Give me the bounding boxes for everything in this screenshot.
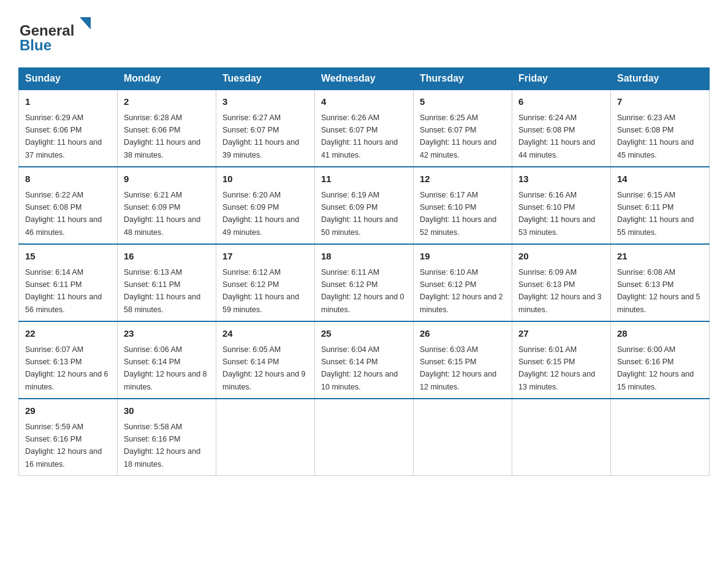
calendar-day-cell: 18 Sunrise: 6:11 AMSunset: 6:12 PMDaylig… [315, 244, 414, 321]
day-number: 19 [420, 250, 506, 264]
day-number: 23 [124, 327, 210, 341]
calendar-day-cell: 20 Sunrise: 6:09 AMSunset: 6:13 PMDaylig… [512, 244, 611, 321]
calendar-week-row: 8 Sunrise: 6:22 AMSunset: 6:08 PMDayligh… [19, 167, 710, 244]
calendar-day-cell: 24 Sunrise: 6:05 AMSunset: 6:14 PMDaylig… [216, 321, 315, 399]
calendar-day-cell: 26 Sunrise: 6:03 AMSunset: 6:15 PMDaylig… [414, 321, 512, 399]
day-info: Sunrise: 6:13 AMSunset: 6:11 PMDaylight:… [124, 268, 200, 314]
calendar-day-cell: 25 Sunrise: 6:04 AMSunset: 6:14 PMDaylig… [315, 321, 414, 399]
calendar-day-cell: 28 Sunrise: 6:00 AMSunset: 6:16 PMDaylig… [611, 321, 710, 399]
day-number: 11 [321, 172, 407, 186]
day-info: Sunrise: 6:11 AMSunset: 6:12 PMDaylight:… [321, 268, 404, 314]
day-number: 4 [321, 95, 407, 109]
day-number: 9 [124, 172, 210, 186]
day-info: Sunrise: 6:05 AMSunset: 6:14 PMDaylight:… [222, 345, 306, 391]
day-number: 28 [617, 327, 703, 341]
day-info: Sunrise: 5:59 AMSunset: 6:16 PMDaylight:… [25, 423, 102, 469]
page-header: General Blue [18, 12, 710, 55]
calendar-day-cell: 15 Sunrise: 6:14 AMSunset: 6:11 PMDaylig… [19, 244, 118, 321]
calendar-week-row: 1 Sunrise: 6:29 AMSunset: 6:06 PMDayligh… [19, 90, 710, 167]
day-info: Sunrise: 6:03 AMSunset: 6:15 PMDaylight:… [420, 345, 496, 391]
calendar-week-row: 22 Sunrise: 6:07 AMSunset: 6:13 PMDaylig… [19, 321, 710, 399]
day-of-week-header: Tuesday [216, 68, 315, 90]
day-info: Sunrise: 6:15 AMSunset: 6:11 PMDaylight:… [617, 191, 694, 237]
day-info: Sunrise: 6:27 AMSunset: 6:07 PMDaylight:… [222, 113, 299, 159]
day-info: Sunrise: 5:58 AMSunset: 6:16 PMDaylight:… [124, 423, 200, 469]
day-number: 25 [321, 327, 407, 341]
calendar-day-cell: 12 Sunrise: 6:17 AMSunset: 6:10 PMDaylig… [414, 167, 512, 244]
day-number: 2 [124, 95, 210, 109]
day-info: Sunrise: 6:25 AMSunset: 6:07 PMDaylight:… [420, 113, 496, 159]
calendar-day-cell: 1 Sunrise: 6:29 AMSunset: 6:06 PMDayligh… [19, 90, 118, 167]
day-number: 10 [222, 172, 308, 186]
day-info: Sunrise: 6:08 AMSunset: 6:13 PMDaylight:… [617, 268, 700, 314]
calendar-day-cell: 23 Sunrise: 6:06 AMSunset: 6:14 PMDaylig… [118, 321, 216, 399]
svg-text:Blue: Blue [20, 37, 51, 53]
calendar-day-cell: 22 Sunrise: 6:07 AMSunset: 6:13 PMDaylig… [19, 321, 118, 399]
day-of-week-header: Sunday [19, 68, 118, 90]
calendar-day-cell [414, 399, 512, 476]
calendar-day-cell: 17 Sunrise: 6:12 AMSunset: 6:12 PMDaylig… [216, 244, 315, 321]
day-info: Sunrise: 6:00 AMSunset: 6:16 PMDaylight:… [617, 345, 694, 391]
calendar-header: SundayMondayTuesdayWednesdayThursdayFrid… [19, 68, 710, 90]
day-number: 5 [420, 95, 506, 109]
svg-text:General: General [20, 22, 74, 39]
day-number: 1 [25, 95, 111, 109]
day-number: 16 [124, 250, 210, 264]
logo-svg: General Blue [18, 12, 98, 55]
day-number: 22 [25, 327, 111, 341]
calendar-day-cell: 30 Sunrise: 5:58 AMSunset: 6:16 PMDaylig… [118, 399, 216, 476]
day-info: Sunrise: 6:16 AMSunset: 6:10 PMDaylight:… [518, 191, 595, 237]
day-number: 29 [25, 404, 111, 418]
day-info: Sunrise: 6:17 AMSunset: 6:10 PMDaylight:… [420, 191, 496, 237]
logo-area: General Blue [18, 12, 98, 55]
day-info: Sunrise: 6:01 AMSunset: 6:15 PMDaylight:… [518, 345, 595, 391]
day-info: Sunrise: 6:12 AMSunset: 6:12 PMDaylight:… [222, 268, 299, 314]
day-number: 20 [518, 250, 604, 264]
day-info: Sunrise: 6:24 AMSunset: 6:08 PMDaylight:… [518, 113, 595, 159]
day-number: 8 [25, 172, 111, 186]
calendar-week-row: 15 Sunrise: 6:14 AMSunset: 6:11 PMDaylig… [19, 244, 710, 321]
day-number: 27 [518, 327, 604, 341]
calendar-table: SundayMondayTuesdayWednesdayThursdayFrid… [18, 67, 710, 476]
day-info: Sunrise: 6:20 AMSunset: 6:09 PMDaylight:… [222, 191, 299, 237]
day-info: Sunrise: 6:22 AMSunset: 6:08 PMDaylight:… [25, 191, 102, 237]
day-info: Sunrise: 6:19 AMSunset: 6:09 PMDaylight:… [321, 191, 398, 237]
calendar-day-cell: 8 Sunrise: 6:22 AMSunset: 6:08 PMDayligh… [19, 167, 118, 244]
day-number: 3 [222, 95, 308, 109]
calendar-day-cell: 2 Sunrise: 6:28 AMSunset: 6:06 PMDayligh… [118, 90, 216, 167]
day-of-week-header: Thursday [414, 68, 512, 90]
day-info: Sunrise: 6:06 AMSunset: 6:14 PMDaylight:… [124, 345, 207, 391]
day-number: 6 [518, 95, 604, 109]
calendar-day-cell [216, 399, 315, 476]
calendar-day-cell: 9 Sunrise: 6:21 AMSunset: 6:09 PMDayligh… [118, 167, 216, 244]
day-info: Sunrise: 6:21 AMSunset: 6:09 PMDaylight:… [124, 191, 200, 237]
day-info: Sunrise: 6:10 AMSunset: 6:12 PMDaylight:… [420, 268, 503, 314]
calendar-day-cell: 13 Sunrise: 6:16 AMSunset: 6:10 PMDaylig… [512, 167, 611, 244]
calendar-day-cell: 19 Sunrise: 6:10 AMSunset: 6:12 PMDaylig… [414, 244, 512, 321]
day-info: Sunrise: 6:09 AMSunset: 6:13 PMDaylight:… [518, 268, 602, 314]
day-number: 30 [124, 404, 210, 418]
day-number: 24 [222, 327, 308, 341]
calendar-day-cell [315, 399, 414, 476]
day-number: 14 [617, 172, 703, 186]
day-info: Sunrise: 6:23 AMSunset: 6:08 PMDaylight:… [617, 113, 694, 159]
day-number: 7 [617, 95, 703, 109]
day-info: Sunrise: 6:26 AMSunset: 6:07 PMDaylight:… [321, 113, 398, 159]
day-of-week-header: Saturday [611, 68, 710, 90]
day-number: 18 [321, 250, 407, 264]
calendar-day-cell: 21 Sunrise: 6:08 AMSunset: 6:13 PMDaylig… [611, 244, 710, 321]
day-info: Sunrise: 6:04 AMSunset: 6:14 PMDaylight:… [321, 345, 398, 391]
day-of-week-header: Monday [118, 68, 216, 90]
calendar-day-cell: 6 Sunrise: 6:24 AMSunset: 6:08 PMDayligh… [512, 90, 611, 167]
calendar-day-cell: 29 Sunrise: 5:59 AMSunset: 6:16 PMDaylig… [19, 399, 118, 476]
day-info: Sunrise: 6:07 AMSunset: 6:13 PMDaylight:… [25, 345, 108, 391]
day-number: 13 [518, 172, 604, 186]
calendar-day-cell: 16 Sunrise: 6:13 AMSunset: 6:11 PMDaylig… [118, 244, 216, 321]
calendar-day-cell: 3 Sunrise: 6:27 AMSunset: 6:07 PMDayligh… [216, 90, 315, 167]
calendar-day-cell [611, 399, 710, 476]
day-of-week-header: Friday [512, 68, 611, 90]
day-number: 26 [420, 327, 506, 341]
calendar-day-cell: 4 Sunrise: 6:26 AMSunset: 6:07 PMDayligh… [315, 90, 414, 167]
day-number: 17 [222, 250, 308, 264]
calendar-day-cell: 27 Sunrise: 6:01 AMSunset: 6:15 PMDaylig… [512, 321, 611, 399]
